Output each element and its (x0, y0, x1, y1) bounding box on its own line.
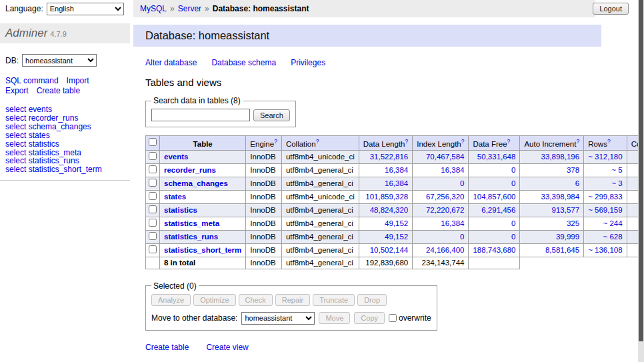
rows-count-link[interactable]: ~ 569,159 (588, 206, 622, 214)
table-name-link[interactable]: states (164, 193, 186, 201)
sidebar-item-import[interactable]: Import (67, 76, 89, 85)
data-free-link[interactable]: 50,331,648 (477, 153, 516, 161)
database-action-link[interactable]: Database schema (211, 58, 276, 67)
breadcrumb-mysql-link[interactable]: MySQL (140, 4, 167, 13)
auto-increment-link[interactable]: 33,398,984 (541, 193, 580, 201)
data-length-link[interactable]: 49,152 (385, 233, 408, 241)
data-free-link[interactable]: 0 (511, 166, 515, 174)
column-help-link[interactable]: ? (405, 138, 408, 145)
row-checkbox[interactable] (149, 219, 157, 227)
rows-count-link[interactable]: ~ 628 (603, 233, 623, 241)
auto-increment-link[interactable]: 913,577 (552, 206, 580, 214)
overwrite-checkbox[interactable] (389, 314, 397, 322)
sidebar-item-sql-command[interactable]: SQL command (5, 76, 59, 85)
selected-action-button[interactable]: Analyze (151, 294, 191, 306)
sidebar-item-export[interactable]: Export (5, 86, 29, 95)
row-checkbox[interactable] (149, 205, 157, 213)
rows-count-link[interactable]: ~ 299,833 (588, 193, 622, 201)
sidebar-item-table-link[interactable]: select statistics (5, 140, 130, 149)
breadcrumb-server-link[interactable]: Server (178, 4, 201, 13)
auto-increment-link[interactable]: 33,898,196 (541, 153, 580, 161)
row-checkbox[interactable] (149, 152, 157, 160)
database-action-link[interactable]: Privileges (291, 58, 325, 67)
index-length-link[interactable]: 70,467,584 (426, 153, 465, 161)
data-free-link[interactable]: 6,291,456 (481, 206, 515, 214)
search-input[interactable] (151, 109, 250, 121)
index-length-link[interactable]: 16,384 (441, 219, 464, 227)
move-button[interactable]: Move (319, 312, 350, 324)
selected-action-button[interactable]: Drop (357, 294, 387, 306)
column-help-link[interactable]: ? (316, 138, 319, 145)
data-free-link[interactable]: 104,857,600 (473, 193, 515, 201)
column-help-link[interactable]: ? (576, 138, 579, 145)
selected-action-button[interactable]: Optimize (193, 294, 235, 306)
data-length-link[interactable]: 101,859,328 (365, 193, 408, 201)
data-length-link[interactable]: 49,152 (385, 219, 408, 227)
auto-increment-link[interactable]: 8,581,645 (545, 246, 579, 254)
sidebar-item-table-link[interactable]: select schema_changes (5, 123, 130, 131)
rows-count-link[interactable]: ~ 244 (603, 219, 623, 227)
scrollbar-thumb[interactable] (639, 0, 643, 341)
index-length-link[interactable]: 0 (460, 233, 464, 241)
data-length-link[interactable]: 31,522,816 (370, 153, 409, 161)
search-legend: Search data in tables (8) (151, 96, 243, 105)
language-select[interactable]: English (47, 3, 124, 15)
column-header-label: Collation (286, 140, 316, 148)
data-free-link[interactable]: 0 (511, 233, 515, 241)
select-all-checkbox[interactable] (149, 138, 157, 146)
data-free-link[interactable]: 0 (511, 219, 515, 227)
data-free-link[interactable]: 0 (511, 179, 515, 187)
move-db-select[interactable]: homeassistant (241, 312, 315, 325)
row-checkbox[interactable] (149, 232, 157, 240)
index-length-link[interactable]: 24,166,400 (426, 246, 465, 254)
selected-action-button[interactable]: Check (239, 294, 273, 306)
table-name-link[interactable]: events (164, 153, 188, 161)
auto-increment-link[interactable]: 325 (567, 219, 579, 227)
index-length-link[interactable]: 67,256,320 (426, 193, 465, 201)
data-length-link[interactable]: 16,384 (385, 166, 408, 174)
auto-increment-link[interactable]: 378 (567, 166, 579, 174)
selected-action-button[interactable]: Truncate (313, 294, 355, 306)
database-action-link[interactable]: Alter database (145, 58, 197, 67)
data-length-link[interactable]: 16,384 (385, 179, 408, 187)
table-name-link[interactable]: statistics_meta (164, 219, 219, 227)
table-name-link[interactable]: schema_changes (164, 179, 228, 187)
sidebar-item-table-link[interactable]: select recorder_runs (5, 114, 130, 123)
row-checkbox[interactable] (149, 245, 157, 253)
table-name-link[interactable]: statistics_runs (164, 233, 218, 241)
rows-count-link[interactable]: ~ 312,180 (588, 153, 622, 161)
data-free-link[interactable]: 188,743,680 (473, 246, 515, 254)
sidebar-item-table-link[interactable]: select statistics_short_term (5, 165, 130, 174)
sidebar-item-create-table[interactable]: Create table (37, 86, 80, 95)
auto-increment-link[interactable]: 6 (575, 179, 579, 187)
table-name-link[interactable]: recorder_runs (164, 166, 216, 174)
data-length-link[interactable]: 10,502,144 (370, 246, 409, 254)
row-checkbox[interactable] (149, 165, 157, 173)
index-length-link[interactable]: 16,384 (441, 166, 464, 174)
column-help-link[interactable]: ? (507, 138, 511, 145)
db-select[interactable]: homeassistant (22, 54, 97, 67)
data-length-link[interactable]: 48,824,320 (370, 206, 409, 214)
adminer-logo-link[interactable]: Adminer (5, 27, 47, 39)
column-help-link[interactable]: ? (274, 138, 277, 145)
logout-button[interactable]: Logout (593, 3, 629, 15)
sidebar-item-table-link[interactable]: select events (5, 105, 130, 114)
table-name-link[interactable]: statistics (164, 206, 197, 214)
row-checkbox[interactable] (149, 192, 157, 200)
index-length-link[interactable]: 0 (460, 179, 464, 187)
table-name-link[interactable]: statistics_short_term (164, 246, 241, 254)
selected-action-button[interactable]: Repair (275, 294, 310, 306)
copy-button[interactable]: Copy (354, 312, 385, 324)
sidebar-item-table-link[interactable]: select states (5, 131, 130, 140)
rows-count-link[interactable]: ~ 5 (611, 166, 622, 174)
create-link[interactable]: Create table (145, 343, 189, 352)
search-button[interactable]: Search (253, 109, 290, 121)
rows-count-link[interactable]: ~ 136,108 (588, 246, 622, 254)
auto-increment-link[interactable]: 39,999 (556, 233, 579, 241)
create-link[interactable]: Create view (206, 343, 248, 352)
column-help-link[interactable]: ? (607, 138, 611, 145)
index-length-link[interactable]: 72,220,672 (426, 206, 465, 214)
column-help-link[interactable]: ? (461, 138, 465, 145)
rows-count-link[interactable]: ~ 3 (611, 179, 622, 187)
row-checkbox[interactable] (149, 179, 157, 187)
